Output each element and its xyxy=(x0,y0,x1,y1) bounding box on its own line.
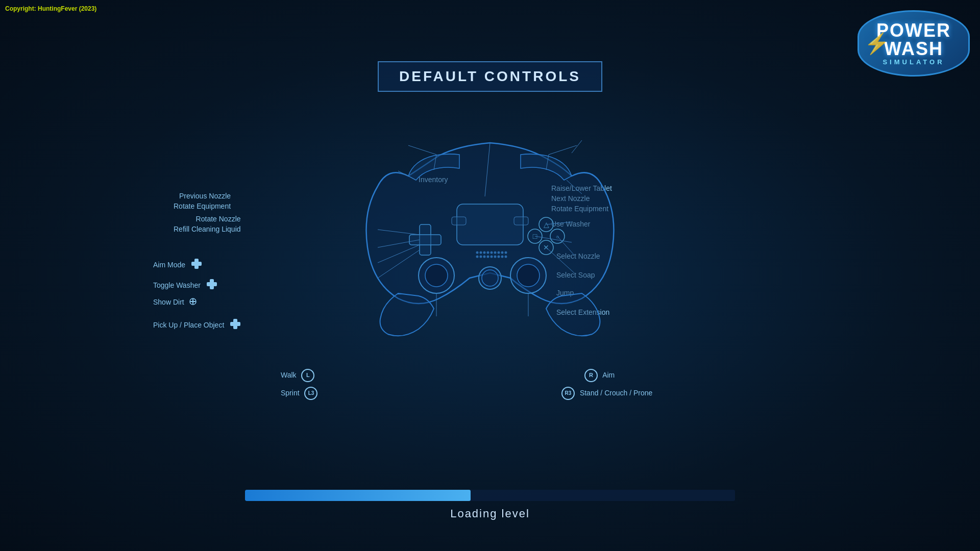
label-toggle-washer: Toggle Washer xyxy=(153,278,218,293)
svg-point-45 xyxy=(505,256,507,258)
label-show-dirt: Show Dirt xyxy=(153,297,197,308)
svg-text:○: ○ xyxy=(556,234,559,240)
svg-point-44 xyxy=(502,256,503,258)
svg-point-38 xyxy=(487,256,489,258)
bolt-icon: ⚡ xyxy=(864,32,890,56)
svg-point-36 xyxy=(495,252,496,254)
game-logo: ⚡ POWER WASH SIMULATOR xyxy=(857,10,970,77)
svg-rect-3 xyxy=(207,282,217,286)
svg-line-50 xyxy=(549,145,577,155)
copyright-text: Copyright: HuntingFever (2023) xyxy=(5,5,96,12)
svg-point-30 xyxy=(484,252,485,254)
label-walk: Walk L xyxy=(281,369,314,382)
svg-line-48 xyxy=(408,145,436,155)
svg-rect-19 xyxy=(409,235,441,245)
label-aim: R Aim xyxy=(584,369,615,382)
svg-point-15 xyxy=(425,264,448,287)
logo-simulator-text: SIMULATOR xyxy=(883,58,944,66)
svg-point-29 xyxy=(480,252,482,254)
svg-point-40 xyxy=(495,256,496,258)
svg-point-13 xyxy=(482,270,498,286)
svg-point-42 xyxy=(502,252,503,254)
label-stand-crouch: R3 Stand / Crouch / Prone xyxy=(561,387,652,400)
loading-area: Loading level xyxy=(245,490,735,520)
label-rotate-nozzle: Rotate Nozzle Refill Cleaning Liquid xyxy=(174,214,241,234)
label-sprint: Sprint L3 xyxy=(281,387,317,400)
svg-rect-6 xyxy=(190,301,195,302)
svg-rect-10 xyxy=(452,217,466,225)
label-previous-nozzle: Previous Nozzle Rotate Equipment xyxy=(174,191,231,211)
controller-diagram: △ □ ○ ✕ xyxy=(347,94,633,339)
loading-bar-background xyxy=(245,490,735,501)
svg-point-33 xyxy=(484,256,485,258)
svg-rect-11 xyxy=(514,217,528,225)
svg-point-28 xyxy=(477,252,478,254)
svg-point-31 xyxy=(477,256,478,258)
label-aim-mode: Aim Mode xyxy=(153,258,203,273)
label-pick-up: Pick Up / Place Object xyxy=(153,318,241,333)
svg-point-32 xyxy=(480,256,482,258)
svg-point-17 xyxy=(517,264,540,287)
svg-point-37 xyxy=(498,252,500,254)
svg-rect-8 xyxy=(230,322,240,326)
svg-point-39 xyxy=(491,256,493,258)
svg-point-41 xyxy=(498,256,500,258)
svg-rect-9 xyxy=(457,204,523,245)
svg-point-35 xyxy=(491,252,493,254)
logo-wash-text: WASH xyxy=(884,40,943,58)
svg-rect-1 xyxy=(191,262,202,266)
svg-point-43 xyxy=(505,252,507,254)
loading-text: Loading level xyxy=(245,507,735,520)
loading-bar-fill xyxy=(245,490,471,501)
page-title: DEFAULT CONTROLS xyxy=(399,68,581,85)
svg-point-34 xyxy=(487,252,489,254)
